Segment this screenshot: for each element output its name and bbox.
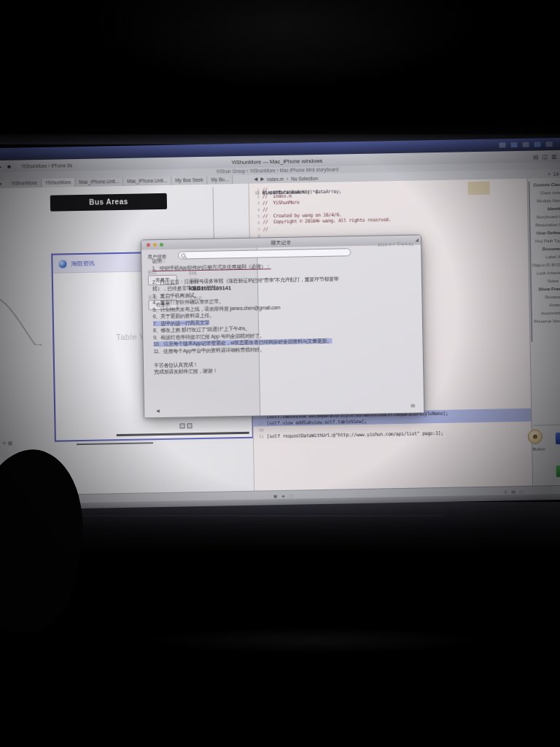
inspector-row[interactable]: Custom Class	[531, 182, 560, 191]
table-header-title: 海阳资讯	[71, 259, 94, 268]
library-divider	[534, 425, 560, 426]
line-number: 31	[254, 434, 267, 438]
menubar-clock[interactable]	[545, 142, 552, 147]
inspector-row[interactable]: Arrange	[533, 303, 560, 311]
inspector-panel[interactable]: Custom Class Class index Module None Ide…	[526, 178, 560, 486]
inspector-row[interactable]: Notes —	[532, 279, 560, 287]
chat-dialog-window[interactable]: 聊天记录 ◢ 用户搜索 状态 查显示 认证 有显示 别名 三丁1 KBD1012…	[141, 234, 424, 418]
jumpbar-selection[interactable]: No Selection	[291, 176, 318, 182]
add-counterpart-icon[interactable]: +	[548, 171, 551, 177]
line-number: 29	[253, 421, 266, 425]
inspector-row[interactable]: Preserve Vector	[533, 319, 560, 328]
inspector-row[interactable]: Object ID BYZ-38	[532, 263, 560, 271]
search-label: 用户搜索	[147, 254, 166, 260]
line-number: 6	[249, 220, 262, 225]
assistant-editor-icon[interactable]: ◫	[542, 153, 548, 160]
layout-toggle-icon[interactable]	[179, 423, 184, 428]
version-editor-icon[interactable]: ▥	[551, 153, 557, 160]
search-icon	[181, 253, 185, 258]
editor-bottom-icons[interactable]: ≡ ▤ ▢	[505, 488, 525, 494]
code-text: //	[262, 206, 268, 212]
file-tab[interactable]: YiShunMore	[42, 178, 76, 187]
monitor: ▶ ■ YiShunMore › iPhone 6s YiShunMore — …	[0, 138, 560, 510]
wall-background	[0, 0, 560, 146]
line-number: 12	[249, 190, 262, 195]
line-number: 7	[250, 227, 263, 231]
debug-bar-icons[interactable]: ▣ ◈ ⬚	[273, 492, 295, 498]
file-tab[interactable]: YiShunMore	[7, 179, 42, 188]
inspector-row[interactable]: Label Xib	[532, 255, 560, 263]
app-logo-icon	[58, 260, 66, 268]
line-number: 30	[254, 427, 267, 432]
standard-editor-icon[interactable]: ▤	[533, 153, 539, 160]
screen: ▶ ■ YiShunMore › iPhone 6s YiShunMore — …	[0, 138, 560, 510]
code-text: NSMutableArray *dataArray;	[262, 188, 342, 196]
line-number: 4	[249, 207, 262, 212]
inspector-row[interactable]: Show Frame	[532, 287, 560, 295]
desk-glow	[0, 620, 560, 664]
send-message-icon[interactable]: ✉	[411, 403, 415, 409]
menubar-status-icon[interactable]	[510, 142, 517, 147]
inspector-row[interactable]: Class index	[531, 190, 560, 199]
menubar-status-icon[interactable]	[522, 142, 529, 147]
minimize-icon[interactable]	[153, 243, 157, 247]
inspector-row[interactable]: Key Path Type	[532, 239, 560, 247]
inspector-row[interactable]: Storyboard ID	[531, 214, 560, 223]
menubar-status-icon[interactable]	[499, 142, 505, 147]
inspector-row[interactable]: Identity	[531, 206, 560, 215]
canvas-zoom-controls[interactable]: ✛ ▦	[2, 441, 13, 446]
inspector-row[interactable]: Autoresizing	[533, 311, 560, 320]
monitor-bottom-bezel	[0, 502, 560, 553]
inspector-row[interactable]: Rectangle	[532, 295, 560, 303]
library-button-object-icon[interactable]	[528, 429, 542, 444]
jumpbar-separator: ›	[287, 176, 288, 181]
bezel-reflection	[66, 515, 445, 516]
resize-corner-icon[interactable]: ◢	[415, 237, 419, 242]
dock-app-icon-blue[interactable]	[556, 433, 560, 444]
layout-toggle-icon[interactable]	[187, 423, 192, 428]
inspector-row[interactable]: Restoration ID	[532, 222, 560, 231]
bus-areas-banner: Bus Areas	[50, 193, 167, 212]
close-icon[interactable]	[147, 243, 150, 247]
jumpbar-back-icon[interactable]: ◀	[254, 177, 257, 182]
menubar-status-icon[interactable]	[534, 142, 540, 147]
dock-app-icon-green[interactable]	[556, 465, 560, 477]
page-back-icon[interactable]: ◀	[156, 408, 160, 413]
history-nav-arrows[interactable]: ◀ ▶	[0, 179, 2, 188]
inspector-row[interactable]: Document	[532, 247, 560, 255]
inspector-row[interactable]: User Defined	[532, 231, 560, 239]
file-tab[interactable]: My Bu...	[207, 175, 233, 185]
library-button-label: Button	[521, 446, 557, 452]
code-text: // YiShunMore	[262, 199, 300, 206]
storyboard-entry-arrow: →	[34, 338, 43, 349]
issue-count[interactable]: 14	[553, 171, 559, 176]
line-number: 5	[249, 214, 262, 218]
file-tab[interactable]: My Bus Seek	[171, 176, 208, 185]
jumpbar-fwd-icon[interactable]: ▶	[260, 176, 264, 182]
jumpbar-file[interactable]: index.m	[267, 176, 284, 181]
line-number: 3	[249, 201, 262, 205]
message-body[interactable]: 说明： 1、经销手机App软件的注册方式及使用规则（必读）： 2、打山监告：注册…	[152, 253, 414, 376]
bottom-bar-view	[117, 432, 249, 436]
code-text: //	[263, 226, 268, 232]
zoom-window-icon[interactable]	[160, 243, 163, 247]
inspector-row[interactable]: Lock Inherited	[532, 271, 560, 279]
inspector-row[interactable]: Module None	[531, 198, 560, 207]
photo-of-monitor: ▶ ■ YiShunMore › iPhone 6s YiShunMore — …	[0, 0, 560, 747]
message-timestamp: 2016-4-7 下午4:51	[378, 241, 414, 249]
